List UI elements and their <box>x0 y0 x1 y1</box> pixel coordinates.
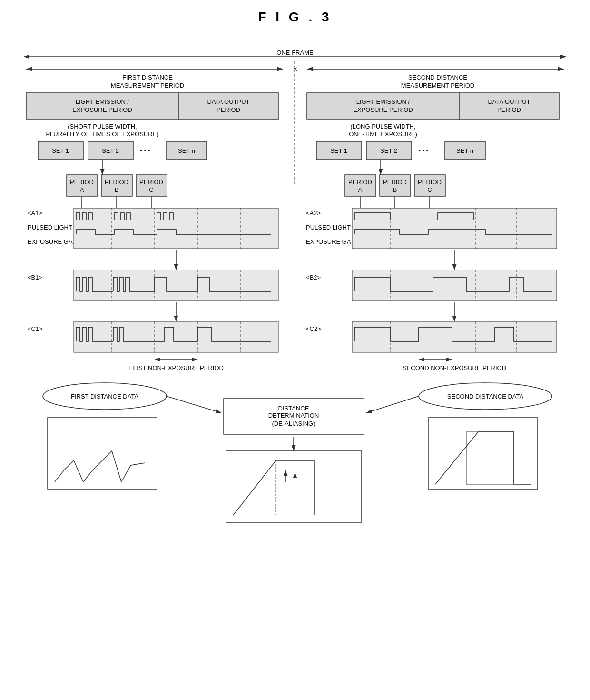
short-pulse-label: (SHORT PULSE WIDTH, <box>68 123 137 130</box>
second-data-output-label2: PERIOD <box>497 106 521 113</box>
dist-det-label2: DETERMINATION <box>268 412 319 419</box>
first-period-a-label: PERIOD <box>70 179 94 186</box>
first-period-a-label2: A <box>80 186 84 193</box>
a1-waveform-box <box>74 208 278 249</box>
c1-waveform-box <box>74 321 278 352</box>
long-pulse-label2: ONE-TIME EXPOSURE) <box>349 130 417 138</box>
c2-waveform-box <box>352 321 557 352</box>
first-distance-data-label: FIRST DISTANCE DATA <box>71 393 138 400</box>
first-distance-chart-box <box>48 418 157 489</box>
main-diagram: ONE FRAME ✕ FIRST DISTANCE MEASUREMENT P… <box>10 34 580 700</box>
dist-det-label3: (DE-ALIASING) <box>272 420 315 427</box>
second-set2-label: SET 2 <box>380 147 397 154</box>
a1-pulsed-light-label: PULSED LIGHT <box>28 224 72 231</box>
second-dots: • • • <box>419 147 429 154</box>
first-period-b-label: PERIOD <box>105 179 128 186</box>
first-data-to-dealiasing-arrow <box>167 396 221 413</box>
a2-exposure-gate-label: EXPOSURE GATE <box>306 238 359 245</box>
c2-label: <C2> <box>306 325 321 332</box>
second-distance-chart-box <box>428 418 538 489</box>
b1-waveform-box <box>74 270 278 301</box>
second-period-c-label2: C <box>427 186 432 193</box>
first-data-output-label2: PERIOD <box>216 106 240 113</box>
second-data-to-dealiasing-arrow <box>366 396 419 413</box>
second-data-output-label: DATA OUTPUT <box>488 98 530 105</box>
figure-title: F I G . 3 <box>10 10 580 25</box>
c1-label: <C1> <box>28 325 43 332</box>
first-period-label: FIRST DISTANCE <box>122 74 173 81</box>
a1-label: <A1> <box>28 210 42 217</box>
second-set1-label: SET 1 <box>330 147 347 154</box>
second-period-label: SECOND DISTANCE <box>408 74 467 81</box>
dist-det-label1: DISTANCE <box>278 405 309 412</box>
a2-pulsed-light-label: PULSED LIGHT <box>306 224 351 231</box>
second-period-c-label: PERIOD <box>418 179 442 186</box>
first-data-output-label: DATA OUTPUT <box>207 98 249 105</box>
first-period-c-label: PERIOD <box>139 179 163 186</box>
diagram-container: F I G . 3 ONE FRAME ✕ FIRST <box>0 0 590 700</box>
second-period-label2: MEASUREMENT PERIOD <box>401 82 474 89</box>
second-light-emission-label: LIGHT EMISSION / <box>356 98 410 105</box>
b2-waveform-box <box>352 270 557 301</box>
short-pulse-label2: PLURALITY OF TIMES OF EXPOSURE) <box>46 130 158 138</box>
first-setn-label: SET n <box>178 147 195 154</box>
first-light-emission-label2: EXPOSURE PERIOD <box>72 106 132 113</box>
a2-label: <A2> <box>306 210 321 217</box>
second-distance-data-label: SECOND DISTANCE DATA <box>447 393 524 400</box>
first-light-emission-label: LIGHT EMISSION / <box>76 98 129 105</box>
long-pulse-label: (LONG PULSE WIDTH, <box>350 123 415 130</box>
second-period-b-label2: B <box>393 186 397 193</box>
first-set1-label: SET 1 <box>52 147 69 154</box>
first-non-exposure-label: FIRST NON-EXPOSURE PERIOD <box>128 364 224 371</box>
one-frame-label: ONE FRAME <box>276 49 314 56</box>
second-period-a-label: PERIOD <box>348 179 372 186</box>
second-light-emission-label2: EXPOSURE PERIOD <box>353 106 413 113</box>
first-set2-label: SET 2 <box>102 147 119 154</box>
second-non-exposure-label: SECOND NON-EXPOSURE PERIOD <box>403 364 506 371</box>
a1-exposure-gate-label: EXPOSURE GATE <box>28 238 80 245</box>
first-period-label2: MEASUREMENT PERIOD <box>111 82 184 89</box>
b1-label: <B1> <box>28 274 42 281</box>
second-setn-label: SET n <box>456 147 473 154</box>
center-cross: ✕ <box>293 66 298 73</box>
a2-waveform-box <box>352 208 557 249</box>
b2-label: <B2> <box>306 274 321 281</box>
first-period-c-label2: C <box>149 186 153 193</box>
first-dots: • • • <box>140 147 150 154</box>
first-period-b-label2: B <box>115 186 119 193</box>
second-period-a-label2: A <box>358 186 363 193</box>
second-period-b-label: PERIOD <box>383 179 407 186</box>
result-chart-box <box>226 451 362 522</box>
